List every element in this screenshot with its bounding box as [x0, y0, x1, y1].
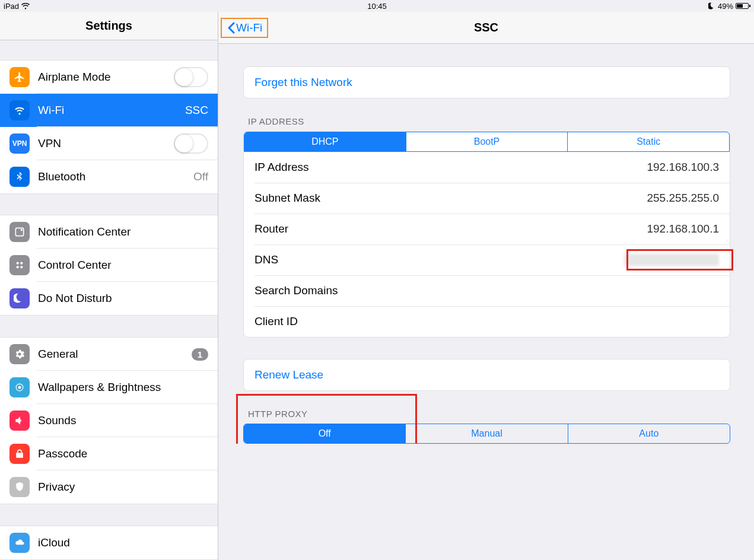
sidebar-item-sounds[interactable]: Sounds [0, 404, 218, 437]
control-center-icon [9, 255, 30, 275]
back-label: Wi-Fi [236, 21, 262, 34]
dns-value-redacted [624, 254, 719, 266]
renew-lease-label: Renew Lease [254, 368, 323, 381]
sidebar-item-notification-center[interactable]: Notification Center [0, 215, 218, 249]
sidebar-item-airplane-mode[interactable]: Airplane Mode [0, 61, 218, 94]
svg-point-3 [20, 262, 23, 265]
airplane-toggle[interactable] [174, 67, 208, 87]
svg-point-1 [21, 229, 23, 231]
segment-proxy-auto[interactable]: Auto [568, 424, 730, 443]
detail-title: SSC [218, 21, 754, 34]
svg-point-4 [17, 266, 19, 269]
segment-bootp[interactable]: BootP [406, 132, 568, 151]
airplane-icon [9, 67, 30, 87]
dnd-icon [9, 288, 30, 308]
svg-point-2 [17, 262, 19, 265]
ip-mode-segmented-control[interactable]: DHCP BootP Static [244, 132, 730, 152]
row-client-id[interactable]: Client ID [244, 306, 730, 337]
notification-icon [9, 222, 30, 242]
row-ip-address: IP Address 192.168.100.3 [244, 152, 730, 183]
sidebar-header: Settings [0, 12, 218, 40]
dnd-label: Do Not Disturb [38, 292, 208, 305]
detail-pane: Wi-Fi SSC Forget this Network IP ADDRESS… [218, 12, 754, 560]
vpn-icon: VPN [9, 133, 30, 154]
wallpaper-label: Wallpapers & Brightness [38, 381, 208, 394]
subnet-key: Subnet Mask [254, 192, 647, 205]
sidebar-item-vpn[interactable]: VPN VPN [0, 127, 218, 160]
dns-key: DNS [254, 253, 624, 266]
back-button[interactable]: Wi-Fi [221, 18, 268, 38]
wifi-icon [9, 100, 30, 120]
vpn-label: VPN [38, 137, 174, 150]
router-key: Router [254, 222, 647, 236]
detail-header: Wi-Fi SSC [218, 12, 754, 44]
segment-static[interactable]: Static [567, 132, 729, 151]
sidebar-item-privacy[interactable]: Privacy [0, 470, 218, 504]
bluetooth-icon [9, 167, 30, 187]
general-label: General [38, 348, 192, 361]
svg-point-6 [18, 386, 21, 389]
sounds-label: Sounds [38, 414, 208, 427]
privacy-icon [9, 477, 30, 497]
segment-proxy-manual[interactable]: Manual [405, 424, 567, 443]
status-time: 10:45 [0, 2, 754, 11]
sidebar-item-general[interactable]: General 1 [0, 338, 218, 371]
sidebar-item-icloud[interactable]: iCloud [0, 526, 218, 559]
svg-rect-0 [15, 228, 23, 236]
sidebar-item-control-center[interactable]: Control Center [0, 249, 218, 282]
svg-point-5 [20, 266, 23, 269]
general-badge: 1 [192, 348, 208, 361]
wifi-value: SSC [185, 104, 208, 117]
icloud-icon [9, 533, 30, 553]
search-domains-key: Search Domains [254, 284, 719, 297]
row-dns[interactable]: DNS [244, 244, 730, 275]
subnet-value: 255.255.255.0 [647, 192, 719, 205]
battery-icon [736, 3, 750, 9]
ip-address-value: 192.168.100.3 [647, 161, 719, 174]
sidebar-item-wifi[interactable]: Wi-Fi SSC [0, 94, 218, 127]
sidebar-item-passcode[interactable]: Passcode [0, 437, 218, 470]
segment-proxy-off[interactable]: Off [244, 424, 405, 443]
control-center-label: Control Center [38, 259, 208, 272]
ip-address-section-label: IP ADDRESS [243, 98, 730, 131]
sidebar-item-wallpapers[interactable]: Wallpapers & Brightness [0, 371, 218, 404]
bluetooth-label: Bluetooth [38, 170, 193, 183]
proxy-segmented-control[interactable]: Off Manual Auto [243, 424, 730, 444]
lock-icon [9, 444, 30, 464]
segment-dhcp[interactable]: DHCP [244, 132, 406, 151]
passcode-label: Passcode [38, 447, 208, 460]
row-subnet-mask: Subnet Mask 255.255.255.0 [244, 183, 730, 214]
sidebar-item-bluetooth[interactable]: Bluetooth Off [0, 160, 218, 193]
ip-address-key: IP Address [254, 161, 647, 174]
sounds-icon [9, 411, 30, 431]
privacy-label: Privacy [38, 481, 208, 494]
renew-lease-button[interactable]: Renew Lease [244, 359, 730, 390]
notification-label: Notification Center [38, 225, 208, 238]
settings-sidebar: Settings Airplane Mode Wi-Fi SSC VPN VPN… [0, 12, 218, 560]
router-value: 192.168.100.1 [647, 222, 719, 236]
row-search-domains[interactable]: Search Domains [244, 275, 730, 306]
http-proxy-section-label: HTTP PROXY [243, 391, 730, 424]
airplane-label: Airplane Mode [38, 71, 174, 84]
row-router: Router 192.168.100.1 [244, 214, 730, 244]
icloud-label: iCloud [38, 536, 208, 549]
sidebar-item-dnd[interactable]: Do Not Disturb [0, 282, 218, 315]
vpn-toggle[interactable] [174, 133, 208, 154]
forget-network-label: Forget this Network [254, 76, 352, 89]
wifi-label: Wi-Fi [38, 104, 185, 117]
wallpaper-icon [9, 377, 30, 397]
client-id-key: Client ID [254, 315, 719, 328]
gear-icon [9, 344, 30, 364]
forget-network-button[interactable]: Forget this Network [244, 67, 730, 98]
status-bar: iPad 10:45 49% [0, 0, 754, 12]
sidebar-title: Settings [85, 19, 132, 33]
bluetooth-value: Off [193, 170, 208, 183]
